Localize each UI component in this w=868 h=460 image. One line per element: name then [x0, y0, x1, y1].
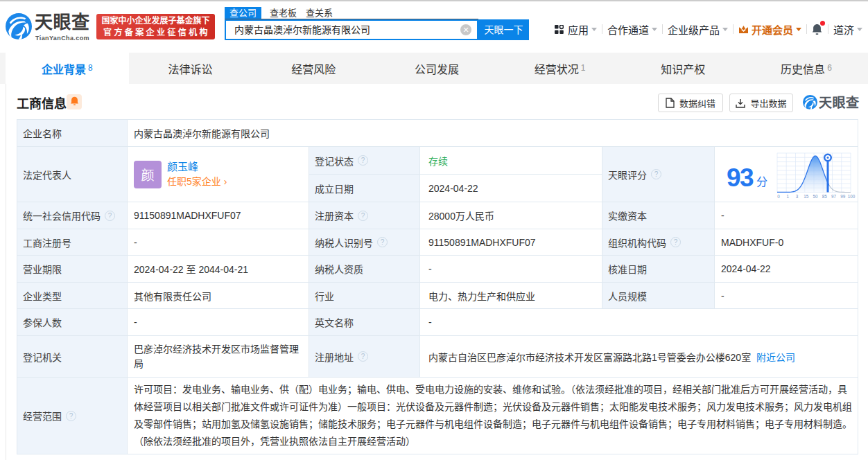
- svg-text:99: 99: [840, 194, 846, 199]
- svg-text:3: 3: [796, 194, 799, 199]
- svg-text:50: 50: [813, 194, 818, 199]
- svg-text:15: 15: [804, 194, 809, 199]
- svg-text:0: 0: [777, 194, 780, 199]
- svg-text:97: 97: [831, 194, 837, 199]
- svg-text:85: 85: [822, 194, 828, 199]
- svg-text:1: 1: [786, 194, 789, 199]
- svg-text:100: 100: [848, 194, 856, 199]
